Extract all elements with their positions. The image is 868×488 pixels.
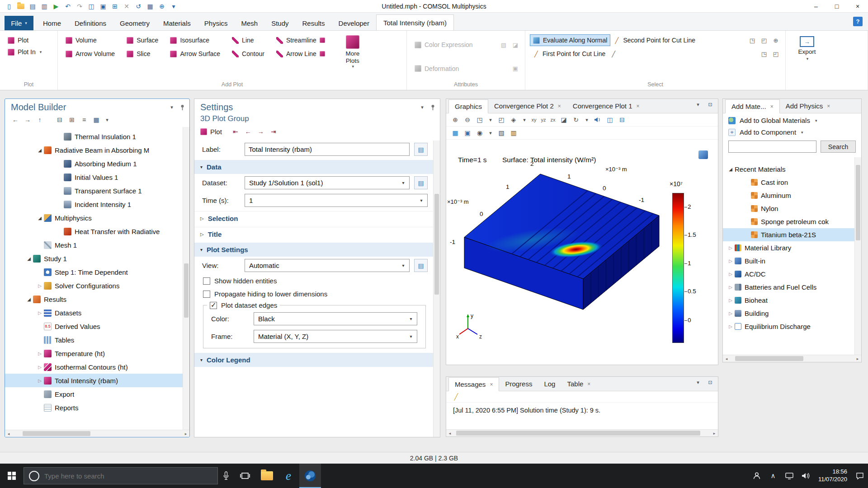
- surface-button[interactable]: Surface: [123, 34, 161, 46]
- clear-messages-icon[interactable]: ╱: [451, 392, 462, 402]
- close-button[interactable]: ×: [847, 0, 868, 12]
- propagate-hiding-checkbox[interactable]: [203, 291, 210, 298]
- scrollbar-thumb[interactable]: [434, 194, 439, 295]
- tree-item-thermal-insulation[interactable]: Thermal Insulation 1: [5, 130, 189, 143]
- collapsed-arrow-icon[interactable]: ▷: [726, 245, 735, 250]
- plot-dataset-edges-row[interactable]: Plot dataset edges: [210, 301, 277, 309]
- help-button[interactable]: ?: [853, 17, 863, 26]
- tree-item-total-intensity[interactable]: ▷Total Intensity (rbam): [5, 374, 189, 387]
- invert-selection-button[interactable]: ◰: [771, 49, 781, 59]
- vertical-scrollbar[interactable]: [183, 127, 189, 430]
- arrow-line-extra-icon[interactable]: [320, 51, 325, 56]
- go-previous-button[interactable]: ←: [243, 127, 254, 136]
- show-options-button[interactable]: ≡: [79, 115, 90, 125]
- scroll-right-icon[interactable]: ▸: [711, 431, 718, 436]
- save-button[interactable]: ▤: [27, 1, 38, 11]
- arrow-volume-button[interactable]: Arrow Volume: [62, 48, 118, 60]
- go-first-button[interactable]: ⇤: [230, 127, 241, 136]
- panel-menu-caret[interactable]: ▾: [694, 377, 702, 387]
- cut-line-tool-button[interactable]: ╱: [609, 49, 618, 59]
- go-to-default-view-button[interactable]: ◈: [508, 115, 519, 125]
- microphone-button[interactable]: [218, 464, 234, 488]
- tab-results[interactable]: Results: [296, 16, 332, 30]
- select-box-button[interactable]: ◳: [747, 35, 757, 45]
- tree-item-reports[interactable]: Reports: [5, 401, 189, 414]
- horizontal-scrollbar[interactable]: ◂ ▸: [723, 355, 861, 362]
- scroll-left-icon[interactable]: ◂: [5, 432, 12, 436]
- filter-button[interactable]: ▧: [499, 40, 509, 50]
- tree-item-temperature[interactable]: ▷Temperature (ht): [5, 347, 189, 360]
- tree-item-cast-iron[interactable]: Cast iron: [723, 176, 861, 189]
- collapsed-arrow-icon[interactable]: ▷: [36, 351, 44, 356]
- tab-definitions[interactable]: Definitions: [68, 16, 113, 30]
- height-expression-button[interactable]: ◪: [510, 40, 520, 50]
- print-button[interactable]: ▥: [39, 1, 50, 11]
- tab-progress[interactable]: Progress: [499, 377, 538, 391]
- tree-item-bioheat[interactable]: ▷Bioheat: [723, 294, 861, 307]
- tree-item-results[interactable]: ◢Results: [5, 292, 189, 306]
- streamline-extra-icon[interactable]: [320, 38, 325, 43]
- add-view-button[interactable]: ▤: [414, 259, 428, 272]
- time-select[interactable]: 1 ▾: [245, 194, 428, 207]
- zoom-extents-button[interactable]: ◰: [496, 115, 507, 125]
- deformation-button[interactable]: Deformation: [411, 58, 476, 80]
- collapsed-arrow-icon[interactable]: ▷: [726, 298, 735, 303]
- volume-button[interactable]: Volume: [62, 34, 118, 46]
- collapsed-arrow-icon[interactable]: ▷: [726, 324, 735, 329]
- single-plot-button[interactable]: ▣: [462, 128, 473, 138]
- snapshot-button[interactable]: ▧: [496, 128, 507, 138]
- collapsed-arrow-icon[interactable]: ▷: [36, 378, 44, 383]
- tab-materials[interactable]: Materials: [156, 16, 198, 30]
- streamline-button[interactable]: Streamline: [273, 34, 328, 46]
- tree-item-batteries[interactable]: ▷Batteries and Fuel Cells: [723, 281, 861, 294]
- tree-item-nylon[interactable]: Nylon: [723, 202, 861, 215]
- tree-item-material-library[interactable]: ▷Material Library: [723, 241, 861, 254]
- scrollbar-thumb[interactable]: [23, 431, 90, 436]
- volume-button[interactable]: [797, 464, 814, 488]
- tree-item-transparent-surface[interactable]: Transparent Surface 1: [5, 184, 189, 197]
- material-search-input[interactable]: [728, 141, 816, 153]
- plot-dataset-edges-checkbox[interactable]: [210, 302, 217, 309]
- zoom-selected-button[interactable]: ⊕: [771, 35, 781, 45]
- collapsed-arrow-icon[interactable]: ▷: [726, 258, 735, 263]
- sound-button[interactable]: [592, 115, 603, 125]
- horizontal-scrollbar[interactable]: ◂ ▸: [446, 429, 718, 436]
- tree-item-derived-values[interactable]: 8.5Derived Values: [5, 319, 189, 333]
- edge-color-select[interactable]: Black ▾: [254, 312, 417, 325]
- zoom-in-button[interactable]: ⊕: [450, 115, 461, 125]
- action-center-button[interactable]: [852, 464, 868, 488]
- people-button[interactable]: [749, 464, 765, 488]
- view-menu-caret[interactable]: ▾: [520, 115, 528, 125]
- vertical-scrollbar[interactable]: [433, 141, 440, 437]
- float-panel-icon[interactable]: ⊡: [706, 377, 714, 387]
- go-next-button[interactable]: →: [255, 127, 266, 136]
- expand-arrow-icon[interactable]: ◢: [36, 148, 44, 153]
- scene-menu-caret[interactable]: ▾: [486, 128, 495, 138]
- tab-developer[interactable]: Developer: [332, 16, 376, 30]
- tree-item-mesh[interactable]: Mesh 1: [5, 238, 189, 252]
- view-xy-button[interactable]: xy: [530, 115, 538, 125]
- arrow-line-button[interactable]: Arrow Line: [273, 48, 328, 60]
- close-tab-icon[interactable]: ×: [827, 103, 830, 109]
- more-plots-button[interactable]: More Plots ▾: [334, 34, 372, 69]
- delete-button[interactable]: ✕: [121, 1, 132, 11]
- collapsed-arrow-icon[interactable]: ▷: [36, 310, 44, 315]
- open-file-button[interactable]: [15, 1, 26, 11]
- comsol-taskbar-button[interactable]: [299, 464, 321, 488]
- vertical-scrollbar[interactable]: [854, 157, 861, 355]
- tree-item-export[interactable]: Export: [5, 387, 189, 401]
- contour-button[interactable]: Contour: [229, 48, 268, 60]
- panel-menu-caret[interactable]: ▾: [418, 103, 426, 113]
- slice-button[interactable]: Slice: [123, 48, 161, 60]
- taskbar-clock[interactable]: 18:56 11/07/2020: [814, 468, 852, 483]
- tree-item-datasets[interactable]: ▷Datasets: [5, 306, 189, 319]
- tree-item-recent-materials[interactable]: ◢Recent Materials: [723, 163, 861, 176]
- file-explorer-button[interactable]: [256, 464, 278, 488]
- perspective-button[interactable]: ◪: [558, 115, 569, 125]
- task-view-button[interactable]: [234, 464, 256, 488]
- tab-log[interactable]: Log: [538, 377, 561, 391]
- tree-item-acdc[interactable]: ▷AC/DC: [723, 267, 861, 281]
- tab-convergence-plot-2[interactable]: Convergence Plot 2×: [488, 99, 567, 113]
- second-point-for-cut-line-button[interactable]: ╱ Second Point for Cut Line: [610, 34, 698, 46]
- tab-convergence-plot-1[interactable]: Convergence Plot 1×: [567, 99, 646, 113]
